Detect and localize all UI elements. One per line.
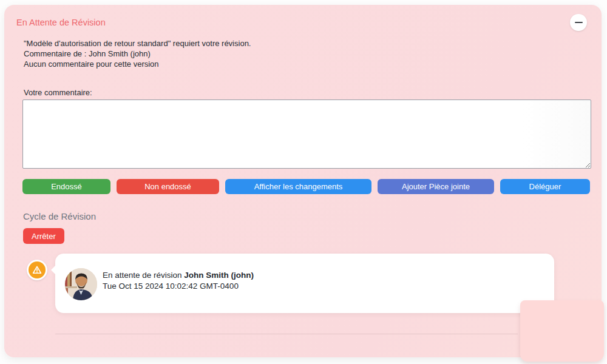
stop-button[interactable]: Arrêter: [23, 228, 64, 244]
entry-status-line: En attente de révision John Smith (john): [103, 270, 254, 281]
entry-text: En attente de révision John Smith (john)…: [103, 270, 254, 292]
comment-label: Votre commentaire:: [24, 88, 92, 97]
endorse-button[interactable]: Endossé: [22, 179, 110, 194]
show-changes-button[interactable]: Afficher les changements: [225, 179, 371, 194]
review-message-line2: Commentaire de : John Smith (john): [24, 49, 251, 59]
warning-icon: [29, 261, 46, 278]
panel-title: En Attente de Révision: [16, 18, 106, 27]
card-notch: [51, 265, 56, 275]
delegate-button[interactable]: Déléguer: [500, 179, 590, 194]
not-endorse-button[interactable]: Non endossé: [117, 179, 219, 194]
review-cycle-heading: Cycle de Révision: [23, 211, 96, 221]
review-cycle-entry-card: En attente de révision John Smith (john)…: [55, 254, 554, 313]
action-button-row: Endossé Non endossé Afficher les changem…: [22, 179, 591, 194]
minimize-button[interactable]: [570, 14, 587, 31]
entry-user: John Smith (john): [184, 271, 254, 280]
entry-timestamp: Tue Oct 15 2024 10:02:42 GMT-0400: [103, 281, 254, 292]
divider: [55, 334, 518, 334]
review-message: "Modèle d'autorisation de retour standar…: [24, 38, 251, 69]
review-message-line3: Aucun commentaire pour cette version: [24, 59, 251, 69]
entry-status: En attente de révision: [103, 271, 184, 280]
avatar: [65, 268, 97, 300]
comment-input[interactable]: [22, 99, 591, 169]
pending-status-badge: [27, 260, 47, 280]
review-message-line1: "Modèle d'autorisation de retour standar…: [24, 38, 251, 49]
background-corner-shape: [520, 300, 604, 362]
page: En Attente de Révision "Modèle d'autoris…: [0, 0, 607, 364]
minimize-icon: [575, 22, 583, 24]
pending-review-panel: En Attente de Révision "Modèle d'autoris…: [4, 5, 602, 357]
add-attachment-button[interactable]: Ajouter Pièce jointe: [378, 179, 494, 194]
